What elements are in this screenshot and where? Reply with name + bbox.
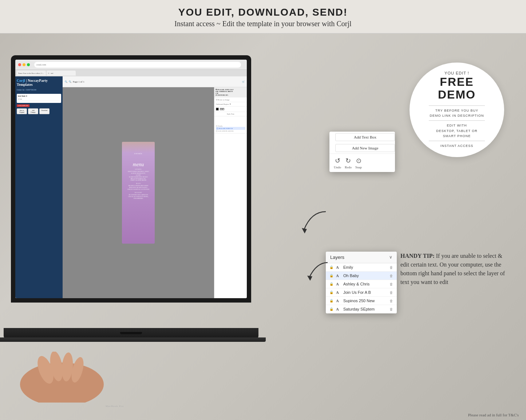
canvas-area: ENTRÉE menu ENTRÉE CRISPY PANKO CRAB ROL…	[63, 87, 214, 298]
corjl-toolbar: 🔍🔍Page 1 of 1 🛒	[63, 76, 247, 87]
hand-area	[20, 352, 104, 403]
panel-icons-row: ↺ Undo ↻ Redo ⊙ Snap	[329, 153, 395, 172]
lock-icon: 🔒	[329, 299, 334, 303]
undo-icon[interactable]: ↺	[335, 157, 340, 165]
edit-with-label: EDIT WITH DESKTOP, TABLET OR SMART PHONE	[436, 123, 478, 139]
add-image-row: Add New Image	[329, 143, 395, 153]
layer-item-emily[interactable]: 🔒 A Emily 🗑	[326, 263, 397, 272]
laptop-bottom-strip	[0, 337, 266, 342]
properties-panel: ✉ PLEASE JOIN US FOR A BRIDAL BRUNCHIN H…	[214, 87, 247, 298]
minimize-dot	[23, 63, 25, 66]
redo-icon[interactable]: ↻	[345, 157, 351, 165]
try-label: TRY BEFORE YOU BUY DEMO LINK IN DESCRIPT…	[430, 108, 484, 119]
undo-item: ↺ Undo	[334, 157, 341, 169]
delete-icon[interactable]: 🗑	[389, 274, 393, 278]
redo-label: Redo	[345, 165, 352, 169]
delete-icon[interactable]: 🗑	[389, 307, 393, 311]
corjl-logo: Corjl | NoccayParty Templates	[17, 79, 61, 87]
delete-icon[interactable]: 🗑	[389, 291, 393, 295]
add-text-box-row: Add Text Box	[329, 132, 395, 143]
layer-type: A	[336, 299, 341, 303]
layers-header: Layers ∨	[326, 252, 397, 263]
laptop-mockup: corjl.com Name Your in the Reco editor |…	[11, 55, 258, 332]
curved-arrow-1	[297, 208, 333, 239]
layer-type: A	[336, 273, 341, 278]
floating-editor-panel: Add Text Box Add New Image ↺ Undo ↻ Redo…	[329, 132, 395, 172]
macbook-label: MacBook Pro	[106, 405, 124, 408]
subline: Instant access ~ Edit the template in yo…	[0, 20, 526, 28]
layer-item-ashley-chris[interactable]: 🔒 A Ashley & Chris 🗑	[326, 280, 397, 288]
handy-tip-text: HANDY TIP: If you are unable to select &…	[400, 252, 506, 287]
svg-marker-5	[302, 228, 307, 233]
lock-icon: 🔒	[329, 282, 334, 286]
you-edit-label: YOU EDIT !	[444, 71, 469, 75]
lock-icon: 🔒	[329, 291, 334, 294]
add-new-image-button[interactable]: Add New Image	[335, 144, 395, 152]
delete-icon[interactable]: 🗑	[389, 282, 393, 286]
layer-item-supinos[interactable]: 🔒 A Supinos 250 New 🗑	[326, 297, 397, 305]
demo-divider-3	[429, 141, 485, 141]
instant-label: INSTANT ACCESS	[440, 143, 474, 148]
redo-item: ↻ Redo	[345, 157, 352, 169]
layer-type: A	[336, 307, 341, 311]
browser-tabs: Name Your in the Reco editor | C... C - …	[15, 70, 247, 76]
laptop-body: corjl.com Name Your in the Reco editor |…	[11, 55, 251, 303]
browser-tab-2[interactable]: C - ind	[47, 71, 76, 76]
main-area: corjl.com Name Your in the Reco editor |…	[0, 33, 526, 420]
card-flowers	[122, 142, 155, 153]
snap-icon[interactable]: ⊙	[356, 157, 361, 165]
maximize-dot	[27, 63, 30, 66]
demo-divider	[429, 105, 485, 106]
layer-item-join-us[interactable]: 🔒 A Join Us For A B 🗑	[326, 288, 397, 297]
layer-type: A	[336, 290, 341, 295]
demo-divider-2	[429, 120, 485, 121]
free-label: FREE	[440, 76, 474, 88]
top-banner: YOU EDIT, DOWNLOAD, SEND! Instant access…	[0, 0, 526, 33]
layer-type: A	[336, 265, 341, 269]
sidebar-item: Order Id: 1509758194	[17, 88, 61, 92]
laptop-screen: corjl.com Name Your in the Reco editor |…	[15, 60, 247, 298]
svg-marker-6	[307, 276, 312, 281]
headline: YOU EDIT, DOWNLOAD, SEND!	[0, 7, 526, 18]
close-dot	[18, 63, 21, 66]
url-bar[interactable]: corjl.com	[34, 62, 241, 68]
snap-item: ⊙ Snap	[355, 157, 362, 169]
add-text-box-button[interactable]: Add Text Box	[335, 133, 395, 141]
delete-icon[interactable]: 🗑	[389, 265, 393, 269]
layer-type: A	[336, 282, 341, 286]
layers-chevron-icon[interactable]: ∨	[389, 255, 392, 260]
card-title: menu	[133, 162, 144, 168]
corjl-main: 🔍🔍Page 1 of 1 🛒 ENTRÉE menu ENT	[63, 76, 247, 298]
demo-circle: YOU EDIT ! FREE DEMO TRY BEFORE YOU BUY …	[410, 63, 504, 157]
layer-item-saturday[interactable]: 🔒 A Saturday SEptem 🗑	[326, 305, 397, 313]
card-section: ENTRÉE CRISPY PANKO CRAB ROLL, SWEET& SO…	[127, 168, 149, 200]
browser-chrome: corjl.com	[15, 60, 247, 70]
menu-card: ENTRÉE menu ENTRÉE CRISPY PANKO CRAB ROL…	[122, 142, 155, 244]
curved-arrow-2	[298, 259, 335, 282]
corjl-sidebar: Corjl | NoccayParty Templates Order Id: …	[15, 76, 63, 298]
undo-label: Undo	[334, 165, 341, 169]
lock-icon: 🔒	[329, 307, 334, 311]
corjl-interface: Corjl | NoccayParty Templates Order Id: …	[15, 76, 247, 298]
layers-panel: Layers ∨ 🔒 A Emily 🗑 🔒 A Oh Baby 🗑 🔒 A A…	[326, 252, 397, 313]
tnc-note: Please read ad in full for T&C's	[468, 413, 519, 417]
browser-tab-1[interactable]: Name Your in the Reco editor | C...	[17, 71, 46, 76]
delete-icon[interactable]: 🗑	[389, 299, 393, 303]
handy-tip: HANDY TIP: If you are unable to select &…	[400, 252, 506, 287]
demo-label: DEMO	[438, 88, 476, 101]
snap-label: Snap	[355, 165, 362, 169]
layer-item-oh-baby[interactable]: 🔒 A Oh Baby 🗑	[326, 272, 397, 280]
laptop-notch	[120, 332, 142, 334]
